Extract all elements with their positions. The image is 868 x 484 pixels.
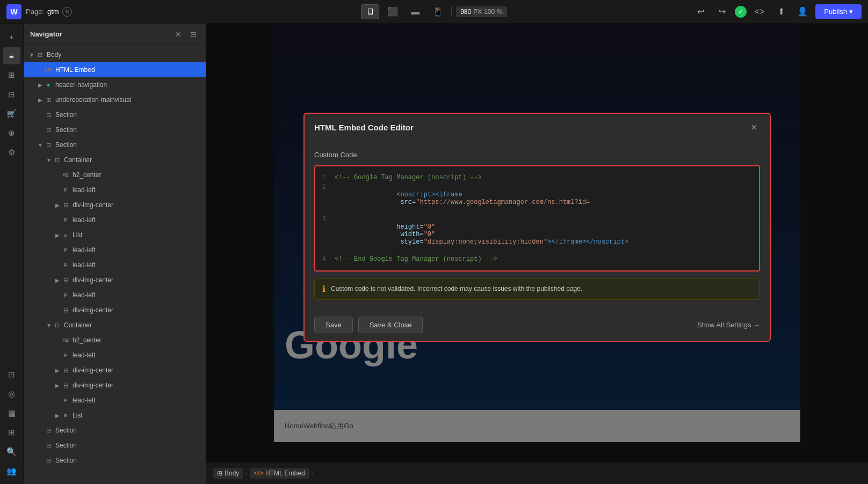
nav-close-btn[interactable]: ✕ <box>172 28 184 40</box>
undo-btn[interactable]: ↩ <box>692 3 709 20</box>
nav-item-section-3[interactable]: ▼ ⊟ Section <box>24 137 206 152</box>
nav-item-p-lead-4[interactable]: P lead-left <box>24 258 206 273</box>
nav-tree: ▼ ⊞ Body </> HTML Embed ▶ ● header-navig… <box>24 45 206 484</box>
breadcrumb-body[interactable]: ⊞ Body <box>213 468 243 479</box>
toggle-div-img-5[interactable]: ▶ <box>54 382 61 389</box>
nav-label-container-1: Container <box>64 156 92 164</box>
navigator-header: Navigator ✕ ⊟ <box>24 24 206 45</box>
modal-close-btn[interactable]: ✕ <box>747 121 760 134</box>
nav-item-section-5[interactable]: ⊟ Section <box>24 438 206 453</box>
tablet-landscape-btn[interactable]: ▬ <box>406 4 424 19</box>
cms-icon[interactable]: ⊟ <box>3 86 20 103</box>
toggle-underop[interactable]: ▶ <box>37 96 44 104</box>
add-icon[interactable]: + <box>3 28 20 45</box>
toggle-section-3[interactable]: ▼ <box>37 141 44 149</box>
redo-btn[interactable]: ↪ <box>713 3 730 20</box>
toggle-body[interactable]: ▼ <box>28 51 35 58</box>
save-button[interactable]: Save <box>314 317 353 333</box>
select-icon[interactable]: ⊡ <box>3 366 20 383</box>
body-breadcrumb-icon: ⊞ <box>217 470 222 477</box>
nav-item-list-2[interactable]: ▶ ≡ List <box>24 408 206 423</box>
nav-item-h2-center-2[interactable]: H2 h2_center <box>24 333 206 348</box>
nav-layout-btn[interactable]: ⊟ <box>187 28 199 40</box>
nav-item-p-lead-7[interactable]: P lead-left <box>24 393 206 408</box>
nav-label-div-img-3: div-img-center <box>73 306 113 314</box>
mobile-device-btn[interactable]: 📱 <box>429 4 447 19</box>
toggle-container-1[interactable]: ▼ <box>45 156 53 164</box>
nav-item-section-6[interactable]: ⊟ Section <box>24 453 206 468</box>
toggle-header-nav[interactable]: ▶ <box>37 81 44 89</box>
code-line-2: 2 <noscript><iframe src="https://www.goo… <box>315 182 759 215</box>
toggle-html-embed[interactable] <box>37 66 44 74</box>
p-7-icon: P <box>61 396 70 405</box>
nav-item-p-lead-2[interactable]: P lead-left <box>24 212 206 228</box>
bars-icon[interactable]: ▦ <box>3 405 20 422</box>
toggle-container-2[interactable]: ▼ <box>45 321 53 329</box>
nav-item-container-1[interactable]: ▼ ⊡ Container <box>24 152 206 167</box>
list-1-icon: ≡ <box>61 231 70 239</box>
desktop-device-btn[interactable]: 🖥 <box>361 4 379 19</box>
p-5-icon: P <box>61 291 70 299</box>
save-close-button[interactable]: Save & Close <box>358 317 423 333</box>
integrations-icon[interactable]: ⊞ <box>3 424 20 441</box>
nav-label-list-1: List <box>73 231 83 239</box>
toggle-div-img-1[interactable]: ▶ <box>54 201 61 209</box>
nav-item-div-img-1[interactable]: ▶ ⊟ div-img-center <box>24 197 206 212</box>
nav-item-p-lead-3[interactable]: P lead-left <box>24 243 206 258</box>
eye-icon[interactable]: ◎ <box>3 385 20 402</box>
toggle-div-img-2[interactable]: ▶ <box>54 276 61 284</box>
users-icon[interactable]: 👥 <box>3 463 20 480</box>
nav-item-h2-center-1[interactable]: H2 h2_center <box>24 167 206 182</box>
modal-footer: Save Save & Close Show All Settings → <box>305 309 770 341</box>
topbar-center: 🖥 ⬛ ▬ 📱 980 PX 100 % <box>361 4 507 19</box>
nav-item-p-lead-6[interactable]: P lead-left <box>24 348 206 363</box>
refresh-icon[interactable]: ↻ <box>62 7 72 17</box>
nav-item-div-img-3[interactable]: ⊟ div-img-center <box>24 303 206 318</box>
nav-label-underop: underoperation-mainvisual <box>55 96 131 104</box>
nav-item-div-img-2[interactable]: ▶ ⊟ div-img-center <box>24 273 206 288</box>
container-1-icon: ⊡ <box>53 156 61 164</box>
tablet-device-btn[interactable]: ⬛ <box>384 4 402 19</box>
nav-item-section-1[interactable]: ⊟ Section <box>24 107 206 122</box>
code-editor[interactable]: 1 <!-- Google Tag Manager (noscript) -->… <box>314 165 760 272</box>
nav-item-body[interactable]: ▼ ⊞ Body <box>24 47 206 62</box>
nav-item-section-2[interactable]: ⊟ Section <box>24 122 206 137</box>
divider-1 <box>451 6 452 17</box>
heading-2-icon: H2 <box>61 336 70 344</box>
nav-actions: ✕ ⊟ <box>172 28 199 40</box>
nav-label-p-lead-3: lead-left <box>73 246 96 254</box>
nav-item-p-lead-5[interactable]: P lead-left <box>24 288 206 303</box>
nav-item-p-lead-1[interactable]: P lead-left <box>24 182 206 197</box>
nav-item-list-1[interactable]: ▶ ≡ List <box>24 228 206 243</box>
modal-body: Custom Code: 1 <!-- Google Tag Manager (… <box>305 142 770 309</box>
nav-label-body: Body <box>47 51 61 58</box>
publish-button[interactable]: Publish ▾ <box>815 4 862 19</box>
breadcrumb-html-embed[interactable]: </> HTML Embed <box>250 468 309 479</box>
pages-icon[interactable]: ⊞ <box>3 67 20 84</box>
breadcrumb-sep-2: › <box>312 471 313 476</box>
navigator-icon[interactable]: ≡ <box>3 47 20 64</box>
ecommerce-icon[interactable]: 🛒 <box>3 105 20 122</box>
share-btn[interactable]: ⬆ <box>772 3 790 20</box>
user-btn[interactable]: 👤 <box>794 3 811 20</box>
show-all-settings-link[interactable]: Show All Settings → <box>697 321 760 329</box>
topbar: W Page: gtm ↻ 🖥 ⬛ ▬ 📱 980 PX 100 % ↩ ↪ ✓… <box>0 0 868 24</box>
nav-item-div-img-4[interactable]: ▶ ⊟ div-img-center <box>24 363 206 378</box>
search-icon[interactable]: 🔍 <box>3 443 20 460</box>
code-btn[interactable]: <> <box>751 3 768 20</box>
nav-item-html-embed[interactable]: </> HTML Embed <box>24 62 206 77</box>
nav-label-h2-center-2: h2_center <box>73 336 101 344</box>
toggle-list-2[interactable]: ▶ <box>54 412 61 419</box>
toggle-div-img-4[interactable]: ▶ <box>54 366 61 374</box>
components-icon[interactable]: ⊕ <box>3 124 20 142</box>
nav-item-section-4[interactable]: ⊟ Section <box>24 423 206 438</box>
nav-item-div-img-5[interactable]: ▶ ⊟ div-img-center <box>24 378 206 393</box>
nav-item-container-2[interactable]: ▼ ⊡ Container <box>24 318 206 333</box>
w-logo[interactable]: W <box>6 4 21 19</box>
toggle-list-1[interactable]: ▶ <box>54 231 61 239</box>
section-2-icon: ⊟ <box>44 126 53 134</box>
settings-icon[interactable]: ⚙ <box>3 144 20 161</box>
nav-item-header-nav[interactable]: ▶ ● header-navigation <box>24 77 206 92</box>
nav-item-underop[interactable]: ▶ ⊞ underoperation-mainvisual <box>24 92 206 107</box>
nav-label-section-3: Section <box>55 141 77 149</box>
